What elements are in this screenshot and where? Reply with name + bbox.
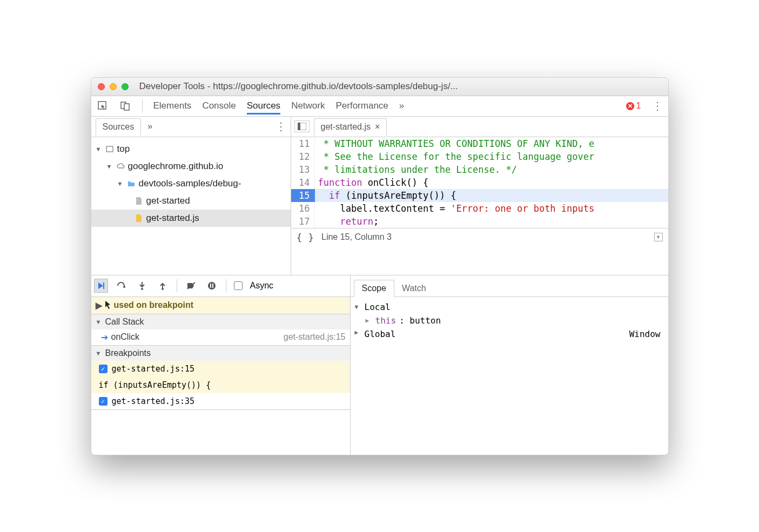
resume-button[interactable] xyxy=(95,279,108,292)
scope-pane: Scope Watch ▼Local ▶this: button ▶Global… xyxy=(351,275,668,455)
pretty-print-icon[interactable]: { } xyxy=(297,232,314,243)
device-toggle-icon[interactable] xyxy=(119,100,131,111)
scope-tabs: Scope Watch xyxy=(351,275,668,297)
tree-file-js[interactable]: get-started.js xyxy=(91,210,291,227)
window-controls xyxy=(98,83,129,90)
tab-performance[interactable]: Performance xyxy=(335,97,388,115)
svg-rect-2 xyxy=(124,104,129,110)
deactivate-breakpoints-button[interactable] xyxy=(185,279,198,292)
debugger-toolbar: Async xyxy=(91,275,350,297)
async-checkbox[interactable] xyxy=(234,281,243,290)
navigator-tabs-overflow[interactable]: » xyxy=(147,122,152,131)
svg-rect-12 xyxy=(210,284,211,288)
close-window-button[interactable] xyxy=(98,83,105,90)
close-tab-icon[interactable]: × xyxy=(375,122,380,132)
tab-network[interactable]: Network xyxy=(291,97,325,115)
tab-elements[interactable]: Elements xyxy=(153,97,192,115)
tree-domain[interactable]: ▼googlechrome.github.io xyxy=(91,158,291,175)
minimize-window-button[interactable] xyxy=(110,83,117,90)
error-icon: ✕ xyxy=(626,102,634,110)
play-icon[interactable]: ▶ xyxy=(96,300,102,311)
breakpoint-checkbox[interactable]: ✓ xyxy=(99,397,108,406)
editor-tab[interactable]: get-started.js× xyxy=(314,118,387,136)
cursor-icon xyxy=(104,300,112,310)
editor-tabs: get-started.js× xyxy=(291,117,668,137)
breakpoints-header[interactable]: ▼Breakpoints xyxy=(91,346,350,361)
paused-banner: ▶ used on breakpoint xyxy=(91,297,350,314)
svg-rect-6 xyxy=(103,282,104,289)
call-stack-section: ▼Call Stack ➔onClick get-started.js:15 xyxy=(91,314,350,346)
toggle-navigator-icon[interactable] xyxy=(294,120,310,132)
cursor-position: Line 15, Column 3 xyxy=(321,232,392,242)
editor-statusbar: { } Line 15, Column 3 ▼ xyxy=(291,228,668,246)
tab-watch[interactable]: Watch xyxy=(394,280,434,297)
svg-point-9 xyxy=(162,288,164,290)
tab-scope[interactable]: Scope xyxy=(354,280,394,297)
inspect-icon[interactable] xyxy=(97,100,109,111)
step-out-button[interactable] xyxy=(156,279,169,292)
tab-console[interactable]: Console xyxy=(202,97,236,115)
frame-icon xyxy=(105,145,114,153)
main-toolbar: Elements Console Sources Network Perform… xyxy=(91,96,668,117)
tree-folder[interactable]: ▼devtools-samples/debug- xyxy=(91,175,291,192)
navigator-tab-sources[interactable]: Sources xyxy=(96,118,142,136)
scope-global[interactable]: ▶GlobalWindow xyxy=(351,327,668,341)
titlebar: Developer Tools - https://googlechrome.g… xyxy=(91,78,668,96)
step-into-button[interactable] xyxy=(136,279,149,292)
js-file-icon xyxy=(135,214,143,223)
tree-file-html[interactable]: get-started xyxy=(91,192,291,210)
scope-local[interactable]: ▼Local xyxy=(351,300,668,314)
pause-on-exceptions-button[interactable] xyxy=(205,279,218,292)
error-count: 1 xyxy=(636,101,641,111)
step-over-button[interactable] xyxy=(115,279,128,292)
separator xyxy=(177,279,177,292)
breakpoint-item[interactable]: ✓get-started.js:35 xyxy=(91,393,350,409)
breakpoint-item[interactable]: ✓get-started.js:15 xyxy=(91,361,350,377)
file-tree: ▼top ▼googlechrome.github.io ▼devtools-s… xyxy=(91,137,291,230)
svg-rect-13 xyxy=(212,284,213,288)
window-title: Developer Tools - https://googlechrome.g… xyxy=(139,81,458,92)
folder-icon xyxy=(127,179,136,188)
svg-rect-5 xyxy=(298,123,300,130)
zoom-window-button[interactable] xyxy=(122,83,129,90)
devtools-window: Developer Tools - https://googlechrome.g… xyxy=(91,77,669,455)
async-label: Async xyxy=(250,281,274,291)
breakpoint-checkbox[interactable]: ✓ xyxy=(99,365,108,373)
cloud-icon xyxy=(116,162,125,171)
scope-list: ▼Local ▶this: button ▶GlobalWindow xyxy=(351,297,668,344)
file-icon xyxy=(135,197,143,205)
call-stack-header[interactable]: ▼Call Stack xyxy=(91,314,350,329)
settings-menu-icon[interactable]: ⋮ xyxy=(652,99,663,112)
svg-rect-3 xyxy=(106,146,113,152)
navigator-menu-icon[interactable]: ⋮ xyxy=(276,120,286,133)
svg-point-8 xyxy=(141,288,143,290)
navigator-tabs: Sources » ⋮ xyxy=(91,117,291,137)
coverage-toggle-icon[interactable]: ▼ xyxy=(654,233,663,241)
call-stack-frame[interactable]: ➔onClick get-started.js:15 xyxy=(91,329,350,345)
separator xyxy=(226,279,226,292)
error-badge[interactable]: ✕1 xyxy=(626,101,641,111)
breakpoint-code: if (inputsAreEmpty()) { xyxy=(91,377,350,393)
separator xyxy=(142,99,143,112)
debugger-pane: Async ▶ used on breakpoint ▼Call Stack ➔… xyxy=(91,275,351,455)
breakpoints-section: ▼Breakpoints ✓get-started.js:15 if (inpu… xyxy=(91,346,350,410)
svg-point-7 xyxy=(123,286,125,288)
scope-this[interactable]: ▶this: button xyxy=(351,314,668,327)
svg-point-11 xyxy=(208,282,216,289)
tab-sources[interactable]: Sources xyxy=(247,97,280,115)
code-editor[interactable]: 11 * WITHOUT WARRANTIES OR CONDITIONS OF… xyxy=(291,137,668,228)
tabs-overflow[interactable]: » xyxy=(399,97,404,115)
tree-top[interactable]: ▼top xyxy=(91,140,291,158)
